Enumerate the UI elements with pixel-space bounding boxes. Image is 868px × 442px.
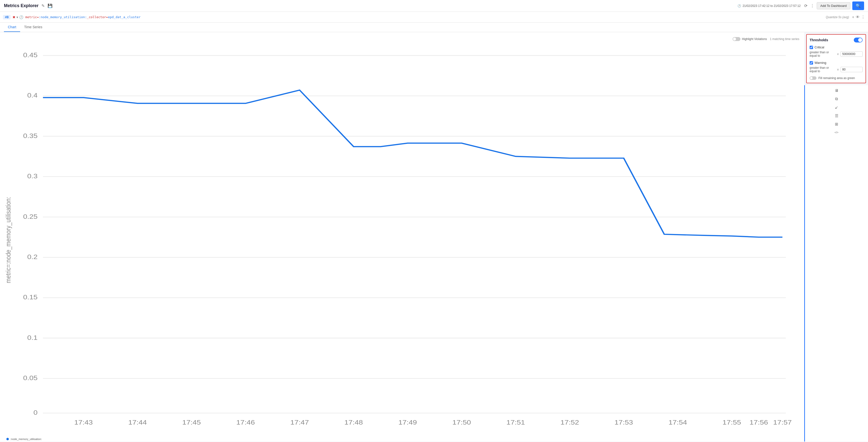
code-icon-btn[interactable]: </> (833, 129, 840, 136)
add-query-icon[interactable]: + (852, 15, 854, 20)
warning-label: Warning (814, 61, 826, 65)
legend-dot (6, 438, 9, 440)
svg-text:0.05: 0.05 (23, 375, 37, 381)
svg-text:17:53: 17:53 (614, 419, 633, 426)
svg-text:17:51: 17:51 (506, 419, 525, 426)
svg-text:0.2: 0.2 (27, 254, 37, 260)
svg-text:0.45: 0.45 (23, 52, 37, 58)
fill-green-toggle[interactable] (810, 77, 816, 80)
svg-text:0: 0 (33, 409, 37, 416)
svg-text:17:52: 17:52 (560, 419, 579, 426)
header-actions: ⟳ ⋮ Add To Dashboard 🔍 (804, 1, 864, 10)
chart-area: Highlight Violations 1 matching time ser… (0, 32, 804, 442)
query-bar: #B ✖ ▾ 🕐 metric=:node_memory_utilisation… (0, 12, 868, 23)
svg-text:0.15: 0.15 (23, 294, 37, 300)
svg-text:17:44: 17:44 (128, 419, 147, 426)
copy-icon-btn[interactable]: ⧉ (833, 95, 840, 102)
fill-green-row: Fill remaining area as green (810, 77, 863, 80)
more-options-icon[interactable]: ⋮ (810, 3, 815, 8)
save-icon[interactable]: 💾 (47, 3, 53, 8)
chart-svg: 0.45 0.4 0.35 0.3 0.25 0.2 0.15 0.1 0.05… (2, 44, 799, 436)
query-history-icon[interactable]: 🕐 (19, 15, 23, 19)
warning-threshold: Warning greater than or equal to ∨ (810, 61, 863, 73)
chart-legend: :node_memory_utilisation: (2, 436, 799, 442)
critical-value-input[interactable] (840, 51, 863, 57)
svg-text:0.1: 0.1 (27, 334, 37, 341)
tab-chart[interactable]: Chart (4, 23, 20, 32)
refresh-icon[interactable]: ⟳ (804, 3, 808, 8)
critical-operator-arrow: ∨ (837, 52, 839, 56)
query-action-icons: + 👁 ⋮ (852, 15, 865, 20)
arrow-in-icon-btn[interactable]: ↙ (833, 104, 840, 111)
layout-icon-btn[interactable]: ⊞ (833, 121, 840, 127)
header-right: 🕐 21/02/2023 17:42:12 to 21/02/2023 17:5… (738, 1, 864, 10)
query-right: Quantize 5s (avg) + 👁 ⋮ (826, 15, 865, 20)
collector-key: _collector= (87, 15, 108, 19)
svg-text:17:47: 17:47 (290, 419, 309, 426)
critical-label-row: Critical (810, 46, 863, 49)
fill-toggle-knob (810, 77, 812, 79)
svg-text:17:48: 17:48 (344, 419, 363, 426)
violations-toggle[interactable]: Highlight Violations (733, 37, 767, 41)
query-dropdown-icon[interactable]: ▾ (17, 15, 18, 19)
svg-text:17:55: 17:55 (722, 419, 741, 426)
thresholds-title: Thresholds (810, 38, 828, 42)
list-icon-btn[interactable]: ☰ (833, 112, 840, 119)
svg-text:17:45: 17:45 (182, 419, 201, 426)
metric-key: metric= (25, 15, 39, 19)
svg-text:0.35: 0.35 (23, 132, 37, 139)
query-more-icon[interactable]: ⋮ (861, 15, 865, 20)
svg-text:17:54: 17:54 (669, 419, 687, 426)
add-dashboard-button[interactable]: Add To Dashboard (817, 2, 850, 9)
warning-operator-arrow: ∨ (837, 68, 839, 71)
warning-label-row: Warning (810, 61, 863, 65)
highlight-violations-toggle[interactable] (733, 37, 740, 41)
critical-threshold: Critical greater than or equal to ∨ (810, 46, 863, 57)
svg-text:0.25: 0.25 (23, 213, 37, 220)
svg-text:17:46: 17:46 (236, 419, 255, 426)
critical-operator: greater than or equal to (810, 51, 835, 57)
svg-text:17:49: 17:49 (398, 419, 417, 426)
header: Metrics Explorer ✎ 💾 🕐 21/02/2023 17:42:… (0, 0, 868, 12)
header-left: Metrics Explorer ✎ 💾 (4, 3, 53, 8)
warning-value-input[interactable] (840, 67, 863, 72)
svg-text:0.3: 0.3 (27, 173, 37, 179)
legend-label: :node_memory_utilisation: (10, 438, 42, 441)
thresholds-panel: Thresholds Critical greater than or equa… (806, 34, 866, 83)
page-title: Metrics Explorer (4, 3, 38, 8)
tab-time-series[interactable]: Time Series (20, 23, 46, 32)
monitor-icon-btn[interactable]: 🖥 (833, 87, 840, 94)
clock-icon: 🕐 (738, 4, 741, 8)
matching-series-count: 1 matching time series (770, 37, 799, 41)
chart-line (43, 90, 782, 237)
search-button[interactable]: 🔍 (852, 1, 864, 10)
icon-strip: 🖥 ⧉ ↙ ☰ ⊞ </> (804, 85, 868, 442)
svg-text:17:50: 17:50 (453, 419, 471, 426)
critical-label: Critical (814, 46, 824, 49)
violations-bar: Highlight Violations 1 matching time ser… (2, 37, 799, 41)
thresholds-toggle-knob (858, 38, 862, 42)
metric-name: :node_memory_utilisation: (39, 15, 87, 19)
critical-checkbox[interactable] (810, 46, 813, 49)
datetime-range: 🕐 21/02/2023 17:42:12 to 21/02/2023 17:5… (738, 4, 801, 8)
main-content: Highlight Violations 1 matching time ser… (0, 32, 868, 442)
edit-icon[interactable]: ✎ (41, 3, 45, 8)
svg-text:metric=:node_memory_utilisatio: metric=:node_memory_utilisation: (4, 197, 12, 283)
query-tag: #B (3, 15, 10, 20)
fill-green-label: Fill remaining area as green (818, 77, 855, 80)
toggle-knob (733, 37, 736, 40)
eye-icon[interactable]: 👁 (856, 15, 860, 20)
thresholds-toggle[interactable] (854, 37, 863, 42)
query-text: metric=:node_memory_utilisation:_collect… (25, 15, 824, 19)
critical-condition-row: greater than or equal to ∨ (810, 51, 863, 57)
query-type-icon[interactable]: ✖ (12, 15, 16, 19)
quantize-label: Quantize 5s (avg) (826, 16, 849, 19)
query-type-icons: ✖ ▾ 🕐 (12, 15, 23, 19)
thresholds-header: Thresholds (810, 37, 863, 42)
warning-condition-row: greater than or equal to ∨ (810, 66, 863, 73)
tabs: Chart Time Series (0, 23, 868, 32)
header-icon-group: ✎ 💾 (41, 3, 53, 8)
warning-checkbox[interactable] (810, 61, 813, 65)
right-panel: Thresholds Critical greater than or equa… (804, 32, 868, 442)
svg-text:17:57: 17:57 (773, 419, 792, 426)
